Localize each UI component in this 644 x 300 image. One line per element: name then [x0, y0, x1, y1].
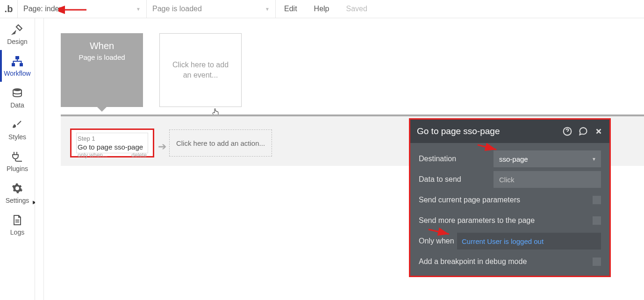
plug-icon: [11, 150, 23, 163]
sidebar-item-plugins[interactable]: Plugins: [0, 145, 35, 177]
destination-value: sso-page: [499, 155, 528, 163]
add-event-placeholder: Click here to add an event...: [160, 60, 241, 81]
sitemap-icon: [11, 55, 24, 68]
sidebar-item-styles[interactable]: Styles: [0, 114, 35, 145]
step-delete[interactable]: delete: [131, 152, 147, 158]
panel-title: Go to page sso-page: [417, 126, 500, 136]
sidebar-item-label: Styles: [8, 133, 26, 141]
sidebar-item-logs[interactable]: Logs: [0, 209, 35, 241]
property-panel: Go to page sso-page Destination: [409, 118, 611, 277]
step-only-when[interactable]: only when...: [78, 152, 107, 158]
close-icon[interactable]: [594, 127, 603, 136]
event-dropdown-label: Page is loaded: [152, 5, 202, 13]
sidebar-item-settings[interactable]: Settings: [0, 177, 35, 209]
page-dropdown[interactable]: Page: index ▼: [18, 0, 147, 18]
destination-select[interactable]: sso-page ▼: [494, 150, 601, 167]
event-card-title: When: [90, 41, 114, 51]
sidebar-item-label: Settings: [6, 197, 29, 204]
event-card-subtitle: Page is loaded: [79, 53, 125, 61]
data-to-send-placeholder: Click: [499, 176, 515, 184]
gear-icon: [12, 182, 23, 195]
help-link[interactable]: Help: [306, 5, 338, 13]
step-label: Step 1: [78, 135, 147, 142]
chevron-down-icon: ▼: [592, 157, 596, 162]
paint-brush-icon: [12, 118, 23, 131]
sidebar-item-data[interactable]: Data: [0, 82, 35, 114]
sidebar: Design Workflow Data Styles Plugins Sett…: [0, 18, 35, 300]
sidebar-item-label: Workflow: [4, 70, 30, 77]
panel-header[interactable]: Go to page sso-page: [410, 120, 609, 143]
vertical-divider: [43, 18, 44, 300]
svg-rect-0: [15, 56, 19, 59]
event-card-when[interactable]: When Page is loaded: [61, 33, 143, 107]
send-more-checkbox[interactable]: [593, 216, 601, 225]
sidebar-item-design[interactable]: Design: [0, 18, 35, 50]
saved-status: Saved: [337, 5, 375, 13]
page-dropdown-label: Page: index: [23, 5, 63, 13]
sidebar-item-label: Plugins: [7, 165, 28, 172]
add-event-card[interactable]: Click here to add an event...: [159, 33, 242, 107]
help-icon[interactable]: [563, 127, 572, 136]
chevron-down-icon: ▼: [265, 7, 270, 12]
add-action-text: Click here to add an action...: [176, 139, 265, 147]
breakpoint-checkbox[interactable]: [593, 257, 601, 266]
send-current-label: Send current page parameters: [419, 196, 593, 204]
edit-link[interactable]: Edit: [276, 5, 306, 13]
add-action-placeholder[interactable]: Click here to add an action...: [169, 129, 272, 157]
only-when-expression[interactable]: Current User is logged out: [457, 233, 601, 250]
file-text-icon: [13, 214, 22, 227]
logo: .b: [0, 0, 18, 18]
sidebar-item-workflow[interactable]: Workflow: [0, 50, 35, 82]
send-more-label: Send more parameters to the page: [419, 216, 593, 225]
only-when-label: Only when: [419, 237, 457, 245]
breakpoint-label: Add a breakpoint in debug mode: [419, 257, 593, 266]
database-icon: [12, 86, 23, 100]
destination-label: Destination: [419, 155, 494, 163]
svg-rect-1: [12, 63, 15, 66]
action-step-1[interactable]: Step 1 Go to page sso-page only when... …: [70, 129, 154, 157]
send-current-checkbox[interactable]: [593, 196, 601, 204]
workflow-canvas: When Page is loaded Click here to add an…: [35, 18, 644, 300]
sidebar-item-label: Logs: [10, 229, 24, 236]
only-when-value: Current User is logged out: [462, 237, 544, 245]
step-title: Go to page sso-page: [78, 143, 147, 151]
tools-icon: [11, 23, 23, 36]
event-dropdown[interactable]: Page is loaded ▼: [147, 0, 276, 18]
arrow-right-icon: ➔: [158, 141, 166, 153]
svg-rect-2: [20, 63, 23, 66]
chevron-down-icon: ▼: [136, 7, 141, 12]
sidebar-item-label: Data: [10, 101, 24, 109]
sidebar-item-label: Design: [7, 38, 28, 45]
data-to-send-input[interactable]: Click: [494, 171, 601, 188]
comment-icon[interactable]: [579, 127, 588, 136]
svg-point-3: [13, 88, 21, 91]
data-to-send-label: Data to send: [419, 175, 494, 184]
topbar: .b Page: index ▼ Page is loaded ▼ Edit H…: [0, 0, 644, 18]
